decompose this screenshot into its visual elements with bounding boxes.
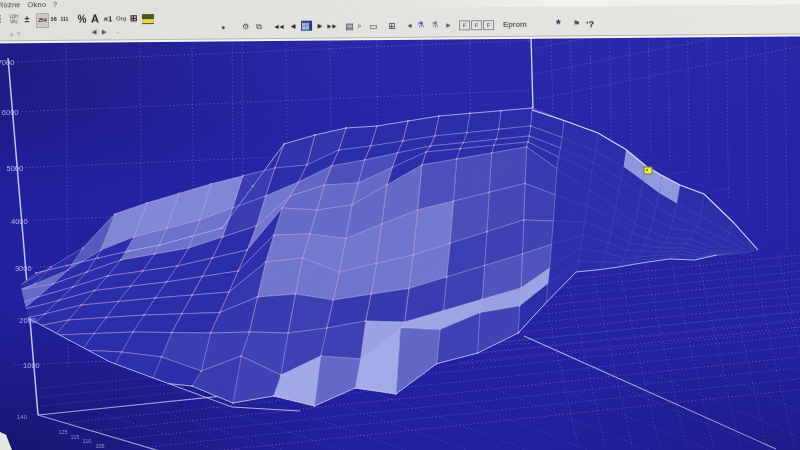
svg-text:5000: 5000 [7,164,24,173]
svg-text:110: 110 [83,438,92,444]
svg-text:105: 105 [95,443,104,449]
svg-text:140: 140 [17,414,28,420]
svg-text:3000: 3000 [15,264,32,273]
svg-text:7000: 7000 [0,58,14,67]
svg-text:4000: 4000 [11,217,28,226]
svg-text:2000: 2000 [19,316,36,325]
svg-text:6000: 6000 [2,108,19,117]
svg-text:115: 115 [71,434,80,440]
svg-text:125: 125 [58,429,67,435]
svg-text:1000: 1000 [23,361,40,370]
